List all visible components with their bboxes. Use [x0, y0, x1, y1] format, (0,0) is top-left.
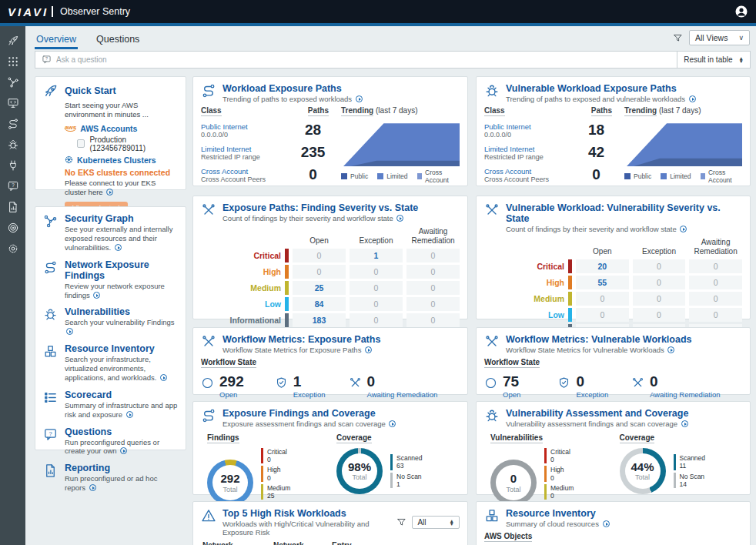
- matrix-cell[interactable]: 0: [633, 308, 686, 322]
- matrix-cell[interactable]: 0: [633, 259, 686, 273]
- card-title[interactable]: Exposure Findings and Coverage: [222, 408, 396, 419]
- card-title[interactable]: Top 5 High Risk Workloads: [222, 508, 390, 519]
- quick-start-panel: Quick Start Start seeing your AWS enviro…: [35, 76, 186, 190]
- apps-grid-icon[interactable]: [7, 55, 19, 68]
- card-title[interactable]: Workflow Metrics: Vulnerable Workloads: [506, 334, 692, 345]
- matrix-cell[interactable]: 0: [689, 259, 742, 273]
- matrix-cell[interactable]: 0: [576, 308, 629, 322]
- production-account-row[interactable]: Production (123456789011): [77, 135, 178, 152]
- nav-item-resource-inventory[interactable]: Resource InventorySearch your infrastruc…: [43, 343, 178, 383]
- target-icon[interactable]: [7, 222, 19, 234]
- tab-overview[interactable]: Overview: [35, 30, 78, 49]
- more-info-play-icon[interactable]: [106, 189, 113, 196]
- nav-item-network-exposure-findings[interactable]: Network Exposure FindingsReview your net…: [43, 259, 178, 300]
- vulnerable-severity-state-card: Vulnerable Workload: Vulnerability Sever…: [476, 196, 751, 319]
- vulnerability-assessment-coverage-card: Vulnerability Assessment and Coverage Vu…: [476, 401, 751, 495]
- ask-question-input[interactable]: [56, 55, 677, 64]
- more-info-play-icon[interactable]: [160, 374, 167, 381]
- tab-questions[interactable]: Questions: [95, 30, 141, 49]
- more-info-play-icon[interactable]: [115, 244, 122, 251]
- card-title[interactable]: Resource Inventory: [506, 508, 610, 519]
- nav-item-vulnerabilities[interactable]: VulnerabilitiesSearch your vulnerability…: [43, 306, 178, 336]
- aws-accounts-link[interactable]: aws AWS Accounts: [65, 124, 178, 133]
- matrix-cell[interactable]: 0: [406, 265, 460, 279]
- matrix-cell[interactable]: 0: [633, 276, 686, 289]
- matrix-cell[interactable]: 0: [350, 265, 403, 279]
- matrix-cell[interactable]: 25: [293, 281, 346, 295]
- production-checkbox[interactable]: [77, 139, 85, 148]
- filter-funnel-icon[interactable]: [673, 33, 683, 43]
- more-info-play-icon[interactable]: [681, 420, 688, 427]
- matrix-cell[interactable]: 0: [293, 265, 346, 279]
- result-mode-select[interactable]: Result in table ▲▼: [677, 52, 750, 68]
- col-class: Class: [484, 106, 505, 116]
- kubernetes-icon: [65, 155, 73, 164]
- card-title[interactable]: Exposure Paths: Finding Severity vs. Sta…: [222, 202, 418, 213]
- more-info-play-icon[interactable]: [66, 328, 73, 335]
- more-info-play-icon[interactable]: [126, 411, 133, 418]
- card-title[interactable]: Workload Exposure Paths: [222, 83, 363, 94]
- nav-item-reporting[interactable]: ReportingRun preconfigured or ad hoc rep…: [43, 463, 178, 493]
- monitor-code-icon[interactable]: [7, 97, 19, 109]
- matrix-cell[interactable]: 0: [406, 297, 460, 311]
- matrix-cell[interactable]: 0: [406, 249, 460, 262]
- gear-icon[interactable]: [7, 242, 19, 255]
- more-info-play-icon[interactable]: [120, 447, 127, 454]
- nav-item-scorecard[interactable]: ScorecardSummary of infrastructure and a…: [43, 390, 178, 420]
- matrix-cell[interactable]: 0: [576, 292, 629, 306]
- chart-legend: Public Limited Cross Account: [624, 169, 742, 184]
- bug-icon[interactable]: [7, 139, 19, 151]
- sort-spinner-icon: ▲▼: [450, 520, 454, 526]
- chart-legend: Public Limited Cross Account: [341, 169, 460, 184]
- card-title[interactable]: Vulnerable Workload Exposure Paths: [506, 83, 696, 94]
- topology-icon[interactable]: [7, 76, 19, 89]
- filter-funnel-icon[interactable]: [396, 517, 406, 527]
- more-info-play-icon[interactable]: [365, 346, 372, 353]
- card-title[interactable]: Vulnerable Workload: Vulnerability Sever…: [506, 202, 742, 224]
- kubernetes-clusters-link[interactable]: Kubernetes Clusters: [65, 155, 178, 165]
- top-risk-filter-select[interactable]: All ▲▼: [412, 516, 460, 529]
- observer-sentry-app: VIAVI Observer Sentry ? Overview Questio…: [0, 0, 756, 545]
- matrix-cell[interactable]: 0: [406, 313, 460, 327]
- matrix-cell[interactable]: 0: [350, 281, 403, 295]
- report-icon[interactable]: [7, 201, 19, 213]
- more-info-play-icon[interactable]: [389, 420, 396, 427]
- more-info-play-icon[interactable]: [356, 95, 363, 102]
- tools-icon: [349, 376, 362, 390]
- matrix-cell[interactable]: 55: [576, 276, 629, 289]
- nav-item-questions[interactable]: ? QuestionsRun preconfigured queries or …: [43, 426, 178, 456]
- more-info-play-icon[interactable]: [89, 484, 96, 491]
- matrix-cell[interactable]: 20: [576, 259, 629, 273]
- list-icon: [43, 390, 58, 405]
- matrix-cell[interactable]: 0: [689, 292, 742, 306]
- matrix-cell[interactable]: 0: [350, 297, 403, 311]
- matrix-cell[interactable]: 0: [633, 292, 686, 306]
- rocket-icon[interactable]: [7, 35, 19, 47]
- question-bubble-icon[interactable]: ?: [7, 180, 19, 192]
- route-icon[interactable]: [7, 118, 19, 130]
- more-info-play-icon[interactable]: [689, 95, 696, 102]
- more-info-play-icon[interactable]: [396, 215, 403, 222]
- matrix-cell[interactable]: 1: [350, 249, 403, 262]
- card-title[interactable]: Vulnerability Assessment and Coverage: [506, 408, 688, 419]
- more-info-play-icon[interactable]: [667, 346, 674, 353]
- plug-icon[interactable]: [7, 159, 19, 172]
- matrix-cell[interactable]: 0: [689, 276, 742, 289]
- table-row: Public Internet0.0.0.0/0 28: [201, 122, 338, 139]
- matrix-cell[interactable]: 0: [689, 308, 742, 322]
- viavi-logo: VIAVI: [8, 5, 49, 18]
- matrix-cell[interactable]: 183: [293, 313, 346, 327]
- user-avatar-icon[interactable]: [734, 5, 748, 18]
- matrix-cell[interactable]: 0: [350, 313, 403, 327]
- matrix-cell[interactable]: 84: [293, 297, 346, 311]
- views-dropdown[interactable]: All Views ∨: [689, 30, 750, 45]
- card-title[interactable]: Workflow Metrics: Exposure Paths: [222, 334, 380, 345]
- top-risk-workloads-card: Top 5 High Risk Workloads Workloads with…: [192, 501, 468, 545]
- matrix-cell[interactable]: 0: [406, 281, 460, 295]
- legend-swatch-limited: [661, 173, 667, 179]
- more-info-play-icon[interactable]: [603, 520, 610, 527]
- nav-item-security-graph[interactable]: Security GraphSee your externally and in…: [43, 213, 178, 252]
- matrix-cell[interactable]: 0: [293, 249, 346, 262]
- more-info-play-icon[interactable]: [93, 292, 100, 299]
- more-info-play-icon[interactable]: [680, 226, 687, 232]
